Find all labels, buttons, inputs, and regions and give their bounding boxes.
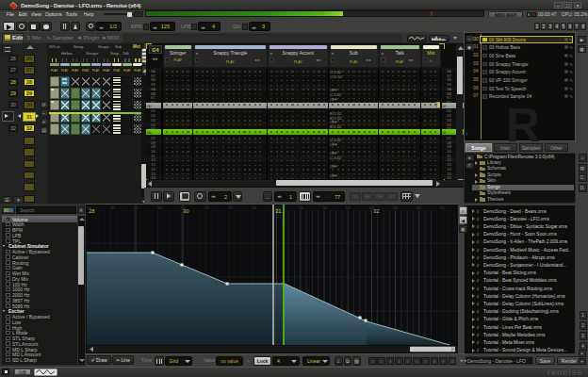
svg-text:28: 28 xyxy=(89,208,95,214)
svg-text:30: 30 xyxy=(183,208,189,214)
svg-text:32: 32 xyxy=(373,208,380,214)
svg-text:31: 31 xyxy=(275,208,282,214)
